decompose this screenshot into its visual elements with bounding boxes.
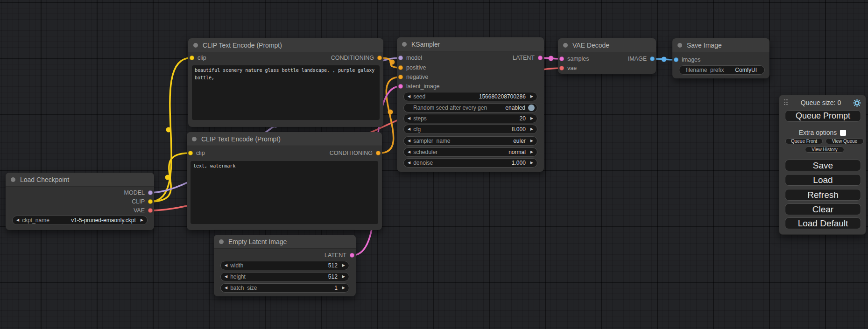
sampler-name-widget[interactable]: ◀ sampler_name euler ▶ xyxy=(403,136,537,146)
conditioning-port-icon[interactable] xyxy=(398,75,403,79)
node-title-bar[interactable]: Save Image xyxy=(672,38,769,52)
filename-prefix-widget[interactable]: filename_prefix ComfyUI xyxy=(679,65,765,75)
increment-arrow-icon[interactable]: ▶ xyxy=(342,264,345,267)
ckpt-name-widget[interactable]: ◀ ckpt_name v1-5-pruned-emaonly.ckpt ▶ xyxy=(12,216,148,225)
slot-label: CONDITIONING xyxy=(331,55,374,61)
decrement-arrow-icon[interactable]: ◀ xyxy=(16,218,19,222)
load-default-button[interactable]: Load Default xyxy=(785,217,861,229)
collapse-dot-icon[interactable] xyxy=(192,137,197,141)
increment-arrow-icon[interactable]: ▶ xyxy=(342,286,345,290)
decrement-arrow-icon[interactable]: ◀ xyxy=(225,286,227,290)
widget-label: seed xyxy=(413,93,425,100)
decrement-arrow-icon[interactable]: ◀ xyxy=(408,127,410,131)
save-button[interactable]: Save xyxy=(785,160,861,171)
input-slot-images: images xyxy=(672,56,700,64)
clip-port-icon[interactable] xyxy=(190,56,194,60)
decrement-arrow-icon[interactable]: ◀ xyxy=(408,117,410,120)
widget-label: cfg xyxy=(413,126,421,133)
conditioning-port-icon[interactable] xyxy=(377,56,382,60)
link-midpoint-dot xyxy=(166,127,171,133)
increment-arrow-icon[interactable]: ▶ xyxy=(530,95,533,98)
steps-widget[interactable]: ◀ steps 20 ▶ xyxy=(403,114,537,123)
node-title: Load Checkpoint xyxy=(20,176,69,183)
link-midpoint-dot xyxy=(662,57,667,62)
collapse-dot-icon[interactable] xyxy=(563,43,568,48)
decrement-arrow-icon[interactable]: ◀ xyxy=(408,150,410,154)
latent-port-icon[interactable] xyxy=(350,253,354,258)
input-slot-clip: clip xyxy=(188,54,206,62)
collapse-dot-icon[interactable] xyxy=(402,42,407,47)
widget-label: denoise xyxy=(413,160,433,166)
node-title-bar[interactable]: KSampler xyxy=(397,37,544,51)
view-history-button[interactable]: View History xyxy=(805,147,844,153)
node-ksampler: KSampler model positive negative latent_… xyxy=(397,37,544,172)
increment-arrow-icon[interactable]: ▶ xyxy=(141,218,143,222)
image-port-icon[interactable] xyxy=(650,56,655,61)
positive-prompt-textarea[interactable]: beautiful scenery nature glass bottle la… xyxy=(192,65,380,120)
clip-port-icon[interactable] xyxy=(188,151,193,155)
height-widget[interactable]: ◀ height 512 ▶ xyxy=(220,272,349,281)
widget-value: enabled xyxy=(505,105,525,111)
toggle-knob-icon[interactable] xyxy=(528,105,535,111)
negative-prompt-textarea[interactable]: text, watermark xyxy=(191,161,378,224)
widget-label: sampler_name xyxy=(413,138,450,144)
settings-gear-icon[interactable] xyxy=(853,99,861,107)
slot-label: IMAGE xyxy=(628,56,647,62)
extra-options-checkbox[interactable] xyxy=(840,130,846,136)
slot-label: negative xyxy=(406,74,428,80)
latent-port-icon[interactable] xyxy=(398,84,403,89)
output-slot-vae: VAE xyxy=(134,206,154,215)
width-widget[interactable]: ◀ width 512 ▶ xyxy=(220,261,349,270)
load-button[interactable]: Load xyxy=(785,174,861,186)
widget-value: 156680208700286 xyxy=(479,93,526,100)
node-title-bar[interactable]: Load Checkpoint xyxy=(6,173,154,187)
decrement-arrow-icon[interactable]: ◀ xyxy=(408,161,410,165)
collapse-dot-icon[interactable] xyxy=(11,177,15,182)
node-empty-latent-image: Empty Latent Image LATENT ◀ width 512 ▶ … xyxy=(214,235,356,296)
node-title-bar[interactable]: CLIP Text Encode (Prompt) xyxy=(188,38,383,52)
batch-size-widget[interactable]: ◀ batch_size 1 ▶ xyxy=(220,283,349,293)
conditioning-port-icon[interactable] xyxy=(398,65,403,70)
link-midpoint-dot xyxy=(390,60,395,65)
node-title-bar[interactable]: CLIP Text Encode (Prompt) xyxy=(187,132,382,146)
scheduler-widget[interactable]: ◀ scheduler normal ▶ xyxy=(403,147,537,157)
refresh-button[interactable]: Refresh xyxy=(785,189,861,201)
widget-value: v1-5-pruned-emaonly.ckpt xyxy=(71,217,136,224)
denoise-widget[interactable]: ◀ denoise 1.000 ▶ xyxy=(403,158,537,168)
decrement-arrow-icon[interactable]: ◀ xyxy=(408,139,410,143)
model-port-icon[interactable] xyxy=(148,190,153,195)
node-title-bar[interactable]: VAE Decode xyxy=(558,38,656,52)
queue-prompt-button[interactable]: Queue Prompt xyxy=(785,110,861,122)
image-port-icon[interactable] xyxy=(674,57,678,62)
increment-arrow-icon[interactable]: ▶ xyxy=(530,117,533,120)
increment-arrow-icon[interactable]: ▶ xyxy=(342,275,345,279)
random-seed-toggle-widget[interactable]: Random seed after every gen enabled xyxy=(403,103,537,112)
increment-arrow-icon[interactable]: ▶ xyxy=(530,161,533,165)
queue-front-button[interactable]: Queue Front xyxy=(785,138,823,144)
vae-port-icon[interactable] xyxy=(559,66,564,70)
clip-port-icon[interactable] xyxy=(148,199,153,204)
increment-arrow-icon[interactable]: ▶ xyxy=(530,127,533,131)
decrement-arrow-icon[interactable]: ◀ xyxy=(225,275,227,279)
model-port-icon[interactable] xyxy=(398,56,403,60)
view-queue-button[interactable]: View Queue xyxy=(826,138,864,144)
latent-port-icon[interactable] xyxy=(538,56,543,60)
collapse-dot-icon[interactable] xyxy=(193,43,198,48)
decrement-arrow-icon[interactable]: ◀ xyxy=(408,95,410,98)
node-title: CLIP Text Encode (Prompt) xyxy=(201,135,281,143)
drag-handle-icon[interactable] xyxy=(784,99,789,106)
latent-port-icon[interactable] xyxy=(559,56,564,61)
increment-arrow-icon[interactable]: ▶ xyxy=(530,150,533,154)
comfyui-canvas[interactable]: { "colors": { "model": "#b39ddb", "clip"… xyxy=(0,0,868,329)
collapse-dot-icon[interactable] xyxy=(677,43,682,48)
seed-widget[interactable]: ◀ seed 156680208700286 ▶ xyxy=(403,92,537,101)
queue-menu-panel: Queue size: 0 Queue Prompt Extra options… xyxy=(779,95,866,235)
cfg-widget[interactable]: ◀ cfg 8.000 ▶ xyxy=(403,125,537,134)
conditioning-port-icon[interactable] xyxy=(376,151,381,155)
collapse-dot-icon[interactable] xyxy=(219,239,224,244)
decrement-arrow-icon[interactable]: ◀ xyxy=(225,264,227,267)
increment-arrow-icon[interactable]: ▶ xyxy=(530,139,533,143)
node-title-bar[interactable]: Empty Latent Image xyxy=(214,235,356,249)
vae-port-icon[interactable] xyxy=(148,208,153,213)
clear-button[interactable]: Clear xyxy=(785,203,861,215)
